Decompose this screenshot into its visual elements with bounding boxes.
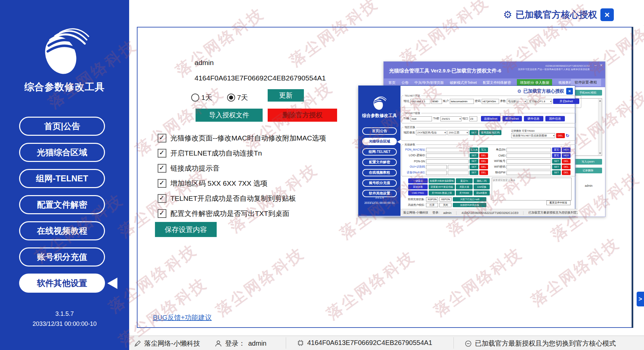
- param-button-2[interactable]: HEX: [562, 153, 571, 158]
- setting-checkbox-row[interactable]: 开启TELNET成功自动连接Tn: [158, 149, 326, 157]
- popup-sidebar-item[interactable]: 光猫综合区域: [362, 138, 397, 145]
- minimize-icon[interactable]: –: [594, 63, 597, 68]
- save-settings-button[interactable]: 保存设置内容: [155, 222, 217, 237]
- param-input-2[interactable]: [448, 171, 469, 175]
- config-transfer-button[interactable]: 配置文件中转发: [546, 200, 571, 205]
- param-input[interactable]: [426, 171, 447, 175]
- region-set-button[interactable]: SET: [470, 130, 478, 135]
- close-button[interactable]: ×: [600, 8, 614, 21]
- param-button-2[interactable]: DEL: [479, 170, 488, 175]
- preview-menu-item[interactable]: 首页: [388, 80, 395, 85]
- open-telnet-button[interactable]: 开启telnet: [553, 99, 579, 104]
- checkbox-icon[interactable]: [158, 164, 166, 173]
- region-query-button[interactable]: 查询面板地区码: [479, 130, 501, 135]
- sidebar-item[interactable]: 账号积分充值: [19, 247, 105, 267]
- open-button[interactable]: 打开: [426, 203, 438, 207]
- xgpon-button[interactable]: XGPON: [426, 197, 438, 201]
- param-input[interactable]: [506, 148, 551, 152]
- record-delete-button[interactable]: DEL: [556, 133, 565, 138]
- checkbox-icon[interactable]: [158, 134, 166, 142]
- write-wifi-button[interactable]: 写入QWiFi: [574, 159, 602, 165]
- popup-sidebar-item[interactable]: 首页|公告: [362, 127, 397, 135]
- checkbox-icon[interactable]: [158, 209, 166, 218]
- param-button-2[interactable]: DEL: [562, 170, 571, 175]
- password-book-button[interactable]: 光猫密码本同步版: [453, 203, 486, 207]
- param-button-1[interactable]: 写入光猫: [470, 148, 478, 152]
- param-button-1[interactable]: SET: [470, 165, 478, 169]
- checkbox-icon[interactable]: [158, 179, 166, 188]
- param-button-1[interactable]: SET: [552, 159, 561, 164]
- action-button[interactable]: 光猫胖大模块强刷限制: [429, 178, 455, 183]
- param-button-1[interactable]: SET: [552, 165, 561, 169]
- preview-menu-item[interactable]: 中兴/华为管理页面: [415, 80, 444, 85]
- param-input[interactable]: [426, 154, 469, 158]
- param-input[interactable]: [506, 171, 551, 175]
- checkbox-icon[interactable]: [158, 149, 166, 158]
- offline-duration-option[interactable]: 1天: [191, 93, 212, 102]
- record-delete-button[interactable]: 记录删除: [574, 168, 602, 173]
- param-button-1[interactable]: SET: [470, 153, 478, 158]
- setting-checkbox-row[interactable]: 增加地区码 5XX 6XX 7XX 选项: [158, 179, 326, 187]
- telnet-action-button[interactable]: 硬件信息: [524, 116, 543, 121]
- setting-checkbox-row[interactable]: TELNET开启成功是否自动复制到剪贴板: [158, 194, 326, 202]
- tn-user-input[interactable]: [411, 116, 432, 121]
- account-input[interactable]: [450, 99, 474, 104]
- close-icon[interactable]: ×: [600, 63, 602, 68]
- action-button[interactable]: 一键重启: [408, 178, 428, 183]
- port-input[interactable]: [431, 99, 442, 104]
- custom-command-textarea[interactable]: [492, 178, 572, 200]
- action-button[interactable]: 关TR069: [456, 190, 473, 195]
- setting-checkbox-row[interactable]: 配置文件解密成功是否写出TXT到桌面: [158, 210, 326, 218]
- sidebar-item[interactable]: 光猫综合区域: [19, 143, 105, 162]
- popup-sidebar-item[interactable]: 在线视频教程: [362, 169, 397, 176]
- core-select[interactable]: 官方核心P1.8: [528, 99, 552, 104]
- action-button[interactable]: CMD PING: [408, 190, 428, 195]
- downstream-wifi-button[interactable]: 大猫下行光口+wifi: [453, 197, 486, 201]
- scrollbar[interactable]: [598, 99, 601, 155]
- refresh-icon[interactable]: ↻: [566, 133, 570, 138]
- sidebar-item[interactable]: 软件其他设置: [19, 274, 105, 293]
- param-button-1[interactable]: SET: [470, 170, 478, 175]
- radio-icon[interactable]: [227, 94, 235, 102]
- popup-sidebar-item[interactable]: 账号积分充值: [362, 179, 397, 187]
- popup-close-button[interactable]: ×: [566, 88, 573, 95]
- telnet-action-button[interactable]: 断开telnet: [502, 116, 522, 121]
- popup-sidebar-item[interactable]: 配置文件解密: [362, 159, 397, 166]
- param-button-2[interactable]: DEL: [479, 153, 488, 158]
- action-button[interactable]: 回读参数: [408, 184, 428, 189]
- telnet-action-button[interactable]: 连接telnet: [481, 116, 500, 121]
- action-button[interactable]: 关防火墙: [456, 184, 473, 189]
- sidebar-item[interactable]: 组网-TELNET: [19, 169, 105, 188]
- bug-feedback-link[interactable]: BUG反馈+功能建议: [153, 313, 212, 322]
- param-button-1[interactable]: SET: [470, 159, 478, 164]
- param-button-1[interactable]: 直写: [552, 148, 561, 152]
- popup-sidebar-item[interactable]: 组网-TELNET: [362, 148, 397, 156]
- close-mode-button[interactable]: 关闭: [439, 203, 451, 207]
- checkbox-icon[interactable]: [158, 194, 166, 203]
- offline-duration-option[interactable]: 7天: [227, 93, 248, 102]
- param-input[interactable]: [426, 148, 469, 152]
- action-button[interactable]: 重启Tn: [456, 178, 473, 183]
- tn-pass-select[interactable]: Zte521: [440, 116, 462, 121]
- region-select-2[interactable]: 200:江西: [447, 130, 469, 135]
- param-button-2[interactable]: DEL: [562, 165, 571, 169]
- param-input[interactable]: [506, 165, 551, 169]
- action-button[interactable]: 刷wifi缓存: [474, 190, 490, 195]
- param-input[interactable]: [506, 159, 551, 164]
- param-button-2[interactable]: DEL: [479, 159, 488, 164]
- addr-input[interactable]: [410, 99, 430, 104]
- action-button[interactable]: 关TR069-数据上报: [429, 190, 455, 195]
- preview-menu-item[interactable]: 破解模式开Telnet: [450, 80, 477, 85]
- param-input[interactable]: [426, 159, 469, 164]
- preview-menu-item[interactable]: 配置文件特殊解密: [483, 80, 511, 85]
- radio-icon[interactable]: [191, 94, 199, 102]
- xepon-button[interactable]: XEPON: [439, 197, 451, 201]
- action-button[interactable]: 设置最大FF发送功能: [429, 184, 455, 189]
- tn-port-input[interactable]: [469, 116, 477, 121]
- preview-settings-button[interactable]: 软件设置-教程: [571, 79, 601, 86]
- sidebar-item[interactable]: 首页|公告: [19, 117, 105, 136]
- record-delete-select[interactable]: 请连接TELNET后点刷新图标: [511, 133, 555, 138]
- update-button[interactable]: 更新: [268, 89, 304, 102]
- import-license-button[interactable]: 导入授权文件: [196, 109, 263, 122]
- setting-checkbox-row[interactable]: 链接成功提示音: [158, 164, 326, 172]
